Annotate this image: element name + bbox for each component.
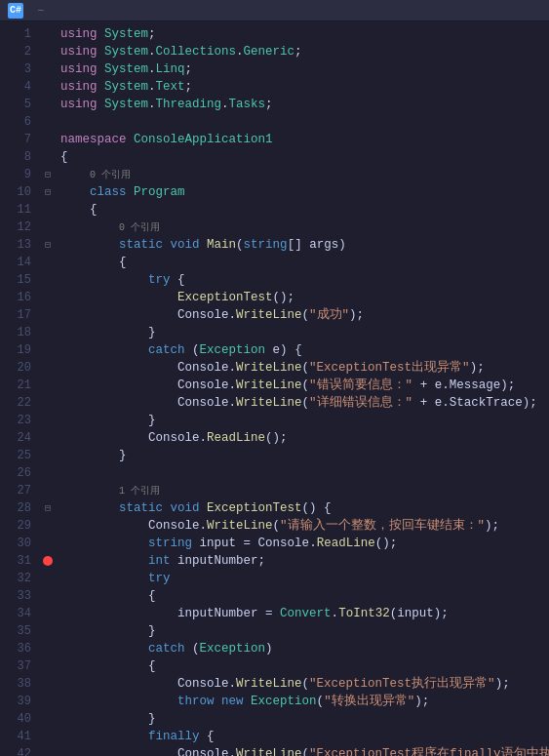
code-line: 0 个引用 <box>60 166 549 183</box>
code-line: int inputNumber; <box>60 552 549 570</box>
line-number: 5 <box>0 96 39 113</box>
gutter-cell <box>39 517 57 535</box>
gutter-cell <box>39 482 57 499</box>
collapse-icon[interactable]: ⊟ <box>45 186 51 198</box>
line-number: 33 <box>0 587 39 605</box>
line-number: 6 <box>0 113 39 131</box>
gutter-cell <box>39 745 57 756</box>
line-number: 26 <box>0 464 39 482</box>
line-number: 21 <box>0 377 39 394</box>
code-line: static void Main(string[] args) <box>60 236 549 254</box>
line-number: 24 <box>0 429 39 447</box>
gutter-cell <box>39 289 57 306</box>
code-line: } <box>60 324 549 341</box>
line-number: 8 <box>0 148 39 166</box>
code-line: using System.Threading.Tasks; <box>60 96 549 113</box>
line-number: 25 <box>0 447 39 464</box>
code-line: { <box>60 148 549 166</box>
code-line: throw new Exception("转换出现异常"); <box>60 693 549 710</box>
gutter-cell <box>39 254 57 271</box>
line-number: 42 <box>0 745 39 756</box>
gutter-cell <box>39 43 57 60</box>
line-number: 28 <box>0 499 39 517</box>
gutter-cell <box>39 552 57 570</box>
collapse-icon[interactable]: ⊟ <box>45 502 51 514</box>
collapse-icon[interactable]: ⊟ <box>45 169 51 180</box>
gutter-cell <box>39 25 57 43</box>
line-number: 30 <box>0 535 39 552</box>
gutter-cell <box>39 447 57 464</box>
gutter-cell <box>39 148 57 166</box>
code-line: namespace ConsoleApplication1 <box>60 131 549 148</box>
code-line: class Program <box>60 183 549 201</box>
gutter-cell <box>39 587 57 605</box>
line-number: 31 <box>0 552 39 570</box>
editor-container: 1234567891011121314151617181920212223242… <box>0 21 549 756</box>
code-area[interactable]: using System;using System.Collections.Ge… <box>57 21 549 756</box>
gutter-cell <box>39 324 57 341</box>
line-number: 10 <box>0 183 39 201</box>
code-line: } <box>60 622 549 640</box>
code-line <box>60 113 549 131</box>
gutter-cell <box>39 201 57 219</box>
gutter-cell <box>39 622 57 640</box>
gutter-cell <box>39 78 57 96</box>
line-number: 13 <box>0 236 39 254</box>
gutter-cell <box>39 341 57 359</box>
line-numbers: 1234567891011121314151617181920212223242… <box>0 21 39 756</box>
collapse-icon[interactable]: ⊟ <box>45 239 51 251</box>
line-number: 39 <box>0 693 39 710</box>
code-line: static void ExceptionTest() { <box>60 499 549 517</box>
breakpoint[interactable] <box>43 556 53 566</box>
code-line: Console.WriteLine("详细错误信息：" + e.StackTra… <box>60 394 549 412</box>
gutter-cell: ⊟ <box>39 499 57 517</box>
title-divider: – <box>37 3 45 18</box>
code-line: inputNumber = Convert.ToInt32(input); <box>60 605 549 622</box>
gutter-cell <box>39 96 57 113</box>
code-line: Console.WriteLine("ExceptionTest执行出现异常")… <box>60 675 549 693</box>
gutter-cell <box>39 131 57 148</box>
code-line: 0 个引用 <box>60 219 549 236</box>
line-number: 14 <box>0 254 39 271</box>
line-number: 29 <box>0 517 39 535</box>
code-line <box>60 464 549 482</box>
gutter-cell: ⊟ <box>39 166 57 183</box>
code-line: Console.WriteLine("ExceptionTest出现异常"); <box>60 359 549 377</box>
code-line: using System.Text; <box>60 78 549 96</box>
code-line: { <box>60 201 549 219</box>
code-line: Console.WriteLine("ExceptionTest程序在final… <box>60 745 549 756</box>
gutter-cell <box>39 113 57 131</box>
code-line: Console.WriteLine("请输入一个整数，按回车键结束："); <box>60 517 549 535</box>
gutter-cell <box>39 640 57 657</box>
line-number: 41 <box>0 728 39 745</box>
code-line: { <box>60 657 549 675</box>
gutter-cell <box>39 359 57 377</box>
line-number: 23 <box>0 412 39 429</box>
code-line: { <box>60 587 549 605</box>
gutter-cell <box>39 728 57 745</box>
line-number: 27 <box>0 482 39 499</box>
code-line: Console.WriteLine("错误简要信息：" + e.Message)… <box>60 377 549 394</box>
gutter-cell <box>39 605 57 622</box>
gutter-cell <box>39 693 57 710</box>
line-number: 7 <box>0 131 39 148</box>
code-line: } <box>60 447 549 464</box>
code-line: try { <box>60 271 549 289</box>
gutter-cell <box>39 675 57 693</box>
line-number: 34 <box>0 605 39 622</box>
line-number: 18 <box>0 324 39 341</box>
app-icon: C# <box>8 3 23 19</box>
code-line: string input = Console.ReadLine(); <box>60 535 549 552</box>
gutter-cell <box>39 377 57 394</box>
line-number: 17 <box>0 306 39 324</box>
code-line: { <box>60 254 549 271</box>
code-line: catch (Exception e) { <box>60 341 549 359</box>
gutter-cell <box>39 271 57 289</box>
line-number: 37 <box>0 657 39 675</box>
gutter-cell <box>39 464 57 482</box>
title-bar: C# – <box>0 0 549 21</box>
code-line: using System.Collections.Generic; <box>60 43 549 60</box>
gutter-cell <box>39 60 57 78</box>
line-number: 15 <box>0 271 39 289</box>
gutter-cell <box>39 710 57 728</box>
